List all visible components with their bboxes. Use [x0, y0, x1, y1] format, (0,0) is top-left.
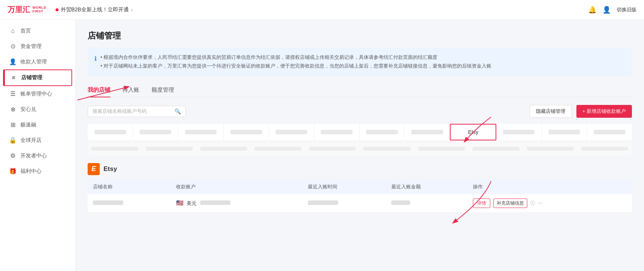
safe-icon: ⊗ — [9, 106, 17, 113]
platform-cell-11 — [542, 124, 587, 140]
sidebar-item-label-safe: 安心兑 — [20, 106, 36, 113]
tab-quota[interactable]: 额度管理 — [151, 83, 174, 97]
page-title: 店铺管理 — [88, 30, 632, 42]
toolbar-right: 隐藏店铺管理 + 新增店铺收款账户 — [530, 105, 632, 118]
search-box[interactable]: 🔍 — [88, 106, 186, 117]
platform-cell-1 — [88, 124, 133, 140]
platform-cell-2 — [133, 124, 178, 140]
hide-store-button[interactable]: 隐藏店铺管理 — [530, 105, 572, 118]
info-circle-icon: ⓘ — [530, 200, 535, 206]
info-banner: ℹ • 根据境内合作伙伴要求，人民币结汇需要您提供真实的贸易订单信息作为结汇依据… — [88, 48, 632, 76]
info-text: • 根据境内合作伙伴要求，人民币结汇需要您提供真实的贸易订单信息作为结汇依据，请… — [100, 53, 491, 71]
sidebar-item-label-account: 账单管理中心 — [20, 91, 52, 97]
sidebar-item-store[interactable]: ≡ 店铺管理 — [3, 69, 72, 86]
banner-chevron-icon[interactable]: › — [131, 7, 133, 13]
header-banner: 外贸B2B全新上线！立即开通 › — [56, 6, 588, 13]
platform-cell-7 — [360, 124, 405, 140]
blur-bar-2-9 — [527, 147, 574, 151]
search-input[interactable] — [93, 108, 175, 114]
table-header-row: 店铺名称 收款账户 最近入账时间 最近入账金额 操作 — [88, 180, 632, 194]
sidebar: ⌂ 首页 ⊙ 资金管理 👤 收款人管理 ≡ 店铺管理 ☰ 账单管理中心 ⊗ 安心… — [0, 20, 76, 271]
sidebar-item-label-store: 店铺管理 — [21, 74, 42, 81]
global-icon: 🔒 — [9, 137, 17, 144]
time-blur — [308, 200, 338, 205]
dev-icon: ⚙ — [9, 152, 17, 159]
banner-text: 外贸B2B全新上线！立即开通 — [61, 6, 129, 13]
add-store-button[interactable]: + 新增店铺收款账户 — [576, 105, 632, 118]
user-icon[interactable]: 👤 — [602, 6, 611, 14]
info-icon: ℹ — [94, 54, 97, 71]
platform-cell-etsy[interactable]: Etsy — [450, 124, 496, 140]
sidebar-item-safe[interactable]: ⊗ 安心兑 — [0, 102, 75, 117]
sidebar-item-label-funds: 资金管理 — [20, 43, 42, 50]
cell-last-time — [303, 194, 386, 213]
search-icon: 🔍 — [175, 108, 181, 114]
switch-version-button[interactable]: 切换旧版 — [617, 6, 636, 13]
etsy-section-header: E Etsy — [88, 163, 632, 175]
more-options-button[interactable]: ··· — [538, 200, 543, 206]
store-name-blur — [93, 200, 123, 205]
platform-cell-5 — [269, 124, 314, 140]
sidebar-item-global[interactable]: 🔒 全球开店 — [0, 132, 75, 148]
tab-pending[interactable]: 待入账 — [122, 83, 139, 97]
platform-cell-3 — [178, 124, 224, 140]
fast-icon: ⊞ — [9, 121, 17, 128]
notification-icon[interactable]: 🔔 — [588, 6, 596, 14]
sidebar-item-dev[interactable]: ⚙ 开发者中心 — [0, 148, 75, 163]
platform-cell-8 — [405, 124, 450, 140]
header-actions: 🔔 👤 切换旧版 — [588, 6, 636, 14]
account-blur — [200, 200, 230, 205]
cell-account: 🇺🇸 美元 — [171, 194, 303, 213]
sidebar-item-label-dev: 开发者中心 — [20, 152, 47, 159]
blur-bar-2-6 — [363, 147, 410, 151]
store-icon: ≡ — [10, 74, 17, 81]
sidebar-item-funds[interactable]: ⊙ 资金管理 — [0, 38, 75, 54]
blur-bar-2-1 — [91, 147, 138, 151]
blur-bar-2-5 — [309, 147, 356, 151]
logo-main: 万里汇 — [8, 5, 30, 15]
sidebar-item-account[interactable]: ☰ 账单管理中心 — [0, 86, 75, 102]
col-account: 收款账户 — [171, 180, 303, 194]
tab-my-store[interactable]: 我的店铺 — [88, 83, 110, 97]
sidebar-item-label-fast: 极速融 — [20, 122, 36, 128]
col-actions: 操作 — [468, 180, 632, 194]
detail-button[interactable]: 详情 — [473, 199, 490, 208]
col-last-amount: 最近入账金额 — [386, 180, 468, 194]
blur-bar-2-7 — [418, 147, 465, 151]
welfare-icon: 🎁 — [9, 168, 17, 175]
logo: 万里汇 WORLD FIRST — [8, 5, 46, 15]
home-icon: ⌂ — [9, 28, 17, 34]
platform-bar-2 — [88, 142, 632, 156]
amount-blur — [391, 200, 410, 205]
platform-cell-12 — [587, 124, 632, 140]
sidebar-item-fast[interactable]: ⊞ 极速融 — [0, 117, 75, 132]
account-icon: ☰ — [9, 90, 17, 97]
cell-last-amount — [386, 194, 468, 213]
blur-bar-2-10 — [581, 147, 628, 151]
header: 万里汇 WORLD FIRST 外贸B2B全新上线！立即开通 › 🔔 👤 切换旧… — [0, 0, 644, 20]
sidebar-item-label-welfare: 福利中心 — [20, 168, 42, 175]
sidebar-item-welfare[interactable]: 🎁 福利中心 — [0, 163, 75, 179]
etsy-logo: E — [88, 163, 100, 175]
blur-bar-2-3 — [200, 147, 247, 151]
table-row: 🇺🇸 美元 详情 补充店铺信息 ⓘ ··· — [88, 194, 632, 213]
sidebar-item-home[interactable]: ⌂ 首页 — [0, 23, 75, 38]
table-header: 店铺名称 收款账户 最近入账时间 最近入账金额 操作 — [88, 180, 632, 194]
info-line-1: • 根据境内合作伙伴要求，人民币结汇需要您提供真实的贸易订单信息作为结汇依据，请… — [100, 53, 491, 62]
table-body: 🇺🇸 美元 详情 补充店铺信息 ⓘ ··· — [88, 194, 632, 213]
sidebar-item-payee[interactable]: 👤 收款人管理 — [0, 54, 75, 69]
sidebar-item-label-home: 首页 — [20, 28, 31, 34]
col-last-time: 最近入账时间 — [303, 180, 386, 194]
action-buttons: 详情 补充店铺信息 ⓘ ··· — [473, 199, 627, 208]
currency-label: 美元 — [187, 200, 196, 206]
funds-icon: ⊙ — [9, 43, 17, 50]
etsy-tab-label: Etsy — [468, 129, 478, 135]
currency-flag: 🇺🇸 — [176, 200, 184, 206]
supplement-button[interactable]: 补充店铺信息 — [493, 199, 527, 208]
cell-actions: 详情 补充店铺信息 ⓘ ··· — [468, 194, 632, 213]
col-store-name: 店铺名称 — [88, 180, 171, 194]
info-line-2: • 对于店铺网站未上架的客户，万里汇将为您提供一个待进行安全验证的收款账户，便于… — [100, 62, 491, 70]
etsy-table: 店铺名称 收款账户 最近入账时间 最近入账金额 操作 🇺🇸 美元 — [88, 180, 632, 213]
platform-bar: Etsy — [88, 124, 632, 140]
logo-first: FIRST — [32, 10, 46, 14]
